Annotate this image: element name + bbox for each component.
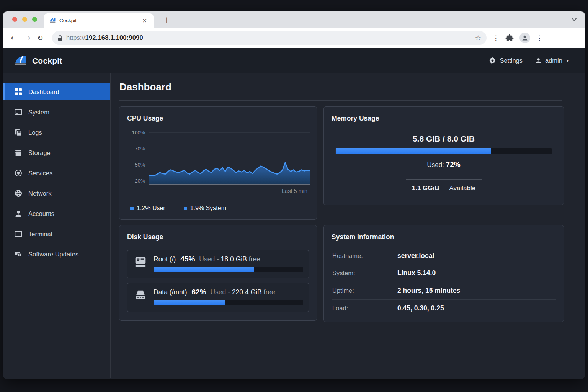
disk-dash: -: [228, 288, 230, 296]
cpu-usage-card: CPU Usage 100% 70% 50% 20%: [119, 106, 317, 220]
disk-percent: 45%: [180, 255, 195, 263]
y-tick: 100%: [127, 130, 145, 136]
legend-label: 1.2% User: [137, 205, 165, 212]
url-text: https://192.168.1.100:9090: [66, 34, 475, 41]
terminal-icon: [15, 230, 22, 238]
cpu-card-title: CPU Usage: [127, 114, 163, 122]
url-scheme: https://: [66, 34, 85, 41]
services-icon: [15, 169, 22, 177]
browser-window: Cockpit × + ← → ↻ https://192.168.1.100:…: [3, 11, 585, 379]
memory-used-label: Used:: [427, 161, 444, 168]
header-actions: Settings admin ▾: [489, 56, 569, 66]
title-divider: [119, 100, 562, 101]
system-info-row-uptime: Uptime: 2 hours, 15 minutes: [332, 282, 556, 300]
cpu-chart-y-axis: 100% 70% 50% 20%: [127, 129, 149, 186]
logs-icon: [15, 129, 22, 136]
memory-card-divider: [406, 179, 482, 180]
disk-data-progress-bar: [154, 300, 303, 305]
browser-toolbar: ← → ↻ https://192.168.1.100:9090 ☆ ⋮ ⋮: [3, 28, 585, 48]
window-controls: [12, 17, 37, 22]
reload-button[interactable]: ↻: [34, 34, 47, 42]
sidebar-item-logs[interactable]: Logs: [3, 124, 110, 141]
accounts-icon: [15, 210, 22, 217]
disk-free-value: 18.0 GiB: [221, 255, 247, 263]
memory-usage-card: Memory Usage 5.8 GiB / 8.0 GiB Used: 72%…: [323, 106, 564, 205]
zoom-window-button[interactable]: [32, 17, 37, 22]
cockpit-app: Cockpit Settings admin ▾: [3, 48, 585, 379]
lock-icon: [57, 35, 63, 41]
cpu-area-fill: [149, 163, 310, 184]
row-label: System:: [332, 270, 397, 277]
profile-avatar[interactable]: [519, 33, 530, 43]
forward-button[interactable]: →: [21, 33, 34, 42]
sidebar-item-services[interactable]: Services: [3, 165, 110, 181]
disk-used-word: Used: [210, 288, 226, 296]
legend-item-user: 1.2% User: [130, 205, 165, 212]
disk-root-progress-bar: [154, 267, 303, 272]
sidebar-label: Services: [28, 170, 52, 177]
memory-available-value: 1.1 GGiB: [412, 185, 439, 192]
sidebar-label: Terminal: [28, 230, 52, 238]
hdd-icon: [134, 256, 147, 268]
toolbar-icons: ⋮ ⋮: [492, 33, 543, 43]
main-content: Dashboard CPU Usage 100% 70% 50% 20%: [111, 74, 585, 378]
row-value: server.local: [397, 252, 434, 260]
disk-name: Root (/): [154, 255, 176, 263]
memory-available-text: 1.1 GGiBAvailable: [324, 185, 564, 192]
memory-progress-bar: [335, 148, 552, 154]
drive-icon: [134, 289, 147, 301]
sidebar-label: Accounts: [28, 210, 54, 217]
sidebar-item-storage[interactable]: Storage: [3, 144, 110, 161]
cpu-card-divider: [127, 200, 309, 200]
row-value: 0.45, 0.30, 0.25: [397, 304, 444, 312]
sidebar-item-terminal[interactable]: Terminal: [3, 225, 110, 242]
new-tab-button[interactable]: +: [161, 15, 172, 26]
app-body: Dashboard System Logs: [3, 74, 585, 378]
settings-button[interactable]: Settings: [489, 57, 523, 64]
disk-data-progress-fill: [154, 300, 225, 305]
sidebar-label: System: [28, 109, 49, 116]
memory-used-value: 72%: [446, 160, 461, 168]
system-info-rows: Hostname: server.local System: Linux 5.1…: [332, 247, 556, 317]
memory-card-title: Memory Usage: [332, 114, 379, 122]
cpu-time-range: Last 5 min: [282, 188, 307, 194]
cockpit-logo-icon: [14, 54, 28, 67]
browser-tab[interactable]: Cockpit ×: [44, 13, 154, 28]
user-menu[interactable]: admin ▾: [535, 57, 569, 64]
sidebar-item-network[interactable]: Network: [3, 185, 110, 202]
row-label: Load:: [332, 305, 397, 312]
disk-card-title: Disk Usage: [127, 233, 163, 241]
sidebar-item-software-updates[interactable]: Software Updates: [3, 246, 110, 263]
url-host: 192.168.1.100:9090: [85, 34, 143, 41]
row-value: Linux 5.14.0: [397, 269, 436, 277]
bookmark-star-icon[interactable]: ☆: [475, 34, 481, 42]
sidebar-item-system[interactable]: System: [3, 104, 110, 121]
header-divider: [529, 56, 529, 66]
back-button[interactable]: ←: [8, 33, 21, 42]
disk-panel-data: Data (/mnt)62% Used - 220.4 GiB free: [127, 283, 309, 312]
memory-progress-fill: [336, 148, 491, 154]
disk-usage-card: Disk Usage Root (/)45%: [119, 225, 317, 321]
row-value: 2 hours, 15 minutes: [397, 287, 460, 295]
sidebar-item-dashboard[interactable]: Dashboard: [3, 83, 110, 100]
system-info-row-load: Load: 0.45, 0.30, 0.25: [332, 300, 556, 317]
row-label: Uptime:: [332, 287, 397, 294]
brand-name: Cockpit: [32, 56, 62, 65]
minimize-window-button[interactable]: [22, 17, 27, 22]
address-bar[interactable]: https://192.168.1.100:9090 ☆: [52, 31, 487, 45]
kebab-menu-icon[interactable]: ⋮: [492, 34, 500, 42]
sidebar-item-accounts[interactable]: Accounts: [3, 205, 110, 222]
brand[interactable]: Cockpit: [14, 54, 62, 67]
close-window-button[interactable]: [12, 17, 17, 22]
cockpit-favicon-icon: [49, 17, 56, 24]
tab-search-chevron-icon[interactable]: [570, 16, 578, 23]
browser-menu-icon[interactable]: ⋮: [536, 34, 543, 42]
cpu-chart-plot-svg: [149, 129, 310, 186]
sidebar: Dashboard System Logs: [3, 74, 111, 378]
app-header: Cockpit Settings admin ▾: [3, 48, 585, 74]
memory-usage-text: 5.8 GiB / 8.0 GiB: [324, 134, 564, 144]
tab-close-icon[interactable]: ×: [141, 17, 148, 24]
network-icon: [15, 189, 22, 197]
extensions-icon[interactable]: [505, 33, 514, 42]
disk-panel-root: Root (/)45% Used - 18.0 GiB free: [127, 250, 309, 278]
